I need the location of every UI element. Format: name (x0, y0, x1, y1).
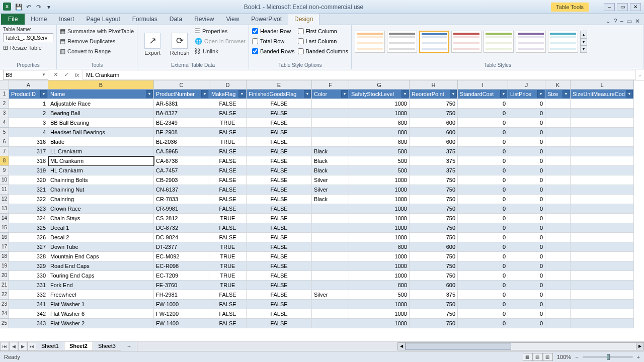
cell[interactable]: 750 (410, 185, 458, 195)
cell[interactable] (545, 109, 571, 118)
spreadsheet-grid[interactable]: ABCDEFGHIJKL 1ProductID▼Name▼ProductNumb… (0, 80, 644, 341)
review-tab[interactable]: Review (188, 14, 220, 25)
cell[interactable]: TRUE (209, 281, 247, 290)
sheet-nav-prev-icon[interactable]: ◀ (9, 342, 18, 351)
cell[interactable]: 1000 (349, 214, 410, 223)
cell[interactable] (571, 214, 634, 223)
cell[interactable]: 0 (458, 109, 508, 118)
banded-rows-checkbox[interactable]: Banded Rows (252, 47, 295, 56)
cell[interactable]: CA-5965 (154, 147, 209, 156)
cell[interactable]: FALSE (247, 166, 312, 175)
filter-dropdown-icon[interactable]: ▼ (238, 90, 246, 98)
export-button[interactable]: ↗Export (140, 27, 165, 61)
cell[interactable]: 327 (9, 242, 48, 252)
cell[interactable]: 750 (410, 99, 458, 109)
sheet-tab-2[interactable]: Sheet2 (64, 342, 93, 350)
page-layout-tab[interactable]: Page Layout (80, 14, 126, 25)
cell[interactable]: FALSE (247, 252, 312, 261)
restore-button[interactable]: ▭ (617, 3, 628, 11)
cell[interactable] (571, 128, 634, 137)
cell[interactable] (312, 252, 349, 261)
cell[interactable] (545, 118, 571, 128)
filter-dropdown-icon[interactable]: ▼ (341, 90, 348, 98)
cell[interactable]: FALSE (209, 300, 247, 309)
cell[interactable]: FALSE (247, 223, 312, 233)
cell[interactable]: 0 (508, 281, 545, 290)
cell[interactable]: 0 (458, 252, 508, 261)
cell[interactable]: 0 (458, 156, 508, 166)
cell[interactable] (545, 242, 571, 252)
col-header-H[interactable]: H (410, 80, 458, 89)
row-header[interactable]: 13 (0, 204, 9, 214)
cell[interactable] (571, 290, 634, 300)
cell[interactable]: FALSE (247, 118, 312, 128)
cell[interactable]: Freewheel (48, 290, 154, 300)
zoom-out-icon[interactable]: − (575, 354, 578, 360)
cell[interactable]: 324 (9, 214, 48, 223)
cell[interactable]: FALSE (247, 128, 312, 137)
gallery-scroll-icon[interactable]: ▴ (580, 31, 587, 38)
cell[interactable]: 750 (410, 319, 458, 328)
cell[interactable]: 750 (410, 204, 458, 214)
cell[interactable]: 750 (410, 214, 458, 223)
cell[interactable]: TRUE (209, 261, 247, 271)
cell[interactable]: Chainring (48, 195, 154, 204)
row-header[interactable]: 15 (0, 223, 9, 233)
table-header-cell[interactable]: ProductID▼ (9, 89, 48, 99)
cell[interactable] (571, 195, 634, 204)
row-header[interactable]: 11 (0, 185, 9, 195)
cell[interactable]: FALSE (247, 290, 312, 300)
cell[interactable]: 500 (349, 147, 410, 156)
cell[interactable] (545, 281, 571, 290)
cell[interactable] (312, 261, 349, 271)
cell[interactable]: 0 (458, 319, 508, 328)
cell[interactable]: FALSE (247, 271, 312, 281)
cell[interactable]: 0 (508, 242, 545, 252)
cell[interactable]: 600 (410, 281, 458, 290)
cell[interactable]: Road End Caps (48, 261, 154, 271)
cell[interactable]: Headset Ball Bearings (48, 128, 154, 137)
sheet-nav-next-icon[interactable]: ▶ (18, 342, 27, 351)
cell[interactable] (571, 242, 634, 252)
zoom-in-icon[interactable]: + (637, 354, 640, 360)
cell[interactable]: 332 (9, 290, 48, 300)
cell[interactable] (312, 242, 349, 252)
expand-formula-icon[interactable]: ⌄ (636, 72, 644, 77)
cell[interactable]: 0 (508, 128, 545, 137)
last-column-checkbox[interactable]: Last Column (298, 37, 348, 46)
zoom-slider[interactable] (583, 356, 633, 358)
cell[interactable]: CS-2812 (154, 214, 209, 223)
cell[interactable] (312, 204, 349, 214)
qat-customize-icon[interactable]: ▾ (44, 3, 53, 12)
cell[interactable]: 0 (458, 223, 508, 233)
workbook-restore-icon[interactable]: ▭ (626, 18, 632, 25)
cell[interactable]: LL Crankarm (48, 147, 154, 156)
cell[interactable] (545, 195, 571, 204)
cell[interactable] (571, 109, 634, 118)
table-header-cell[interactable]: SizeUnitMeasureCod▼ (571, 89, 634, 99)
cell[interactable]: Silver (312, 290, 349, 300)
cell[interactable]: Chainring Nut (48, 185, 154, 195)
cell[interactable]: DC-9824 (154, 233, 209, 242)
cell[interactable]: 0 (508, 118, 545, 128)
cell[interactable]: 316 (9, 137, 48, 147)
filter-dropdown-icon[interactable]: ▼ (626, 90, 633, 98)
cell[interactable]: 750 (410, 109, 458, 118)
header-row-checkbox[interactable]: Header Row (252, 27, 295, 36)
cell[interactable] (571, 309, 634, 319)
cell[interactable]: 500 (349, 166, 410, 175)
cell[interactable] (312, 300, 349, 309)
cell[interactable]: 750 (410, 261, 458, 271)
cell[interactable]: Flat Washer 2 (48, 319, 154, 328)
cell[interactable]: 750 (410, 252, 458, 261)
cell[interactable]: FALSE (209, 290, 247, 300)
enter-icon[interactable]: ✓ (60, 70, 71, 80)
cell[interactable]: 750 (410, 300, 458, 309)
cell[interactable]: 1000 (349, 261, 410, 271)
cell[interactable]: 600 (410, 118, 458, 128)
cell[interactable]: 1000 (349, 271, 410, 281)
home-tab[interactable]: Home (25, 14, 53, 25)
cell[interactable]: BL-2036 (154, 137, 209, 147)
col-header-L[interactable]: L (571, 80, 634, 89)
cell[interactable] (312, 281, 349, 290)
